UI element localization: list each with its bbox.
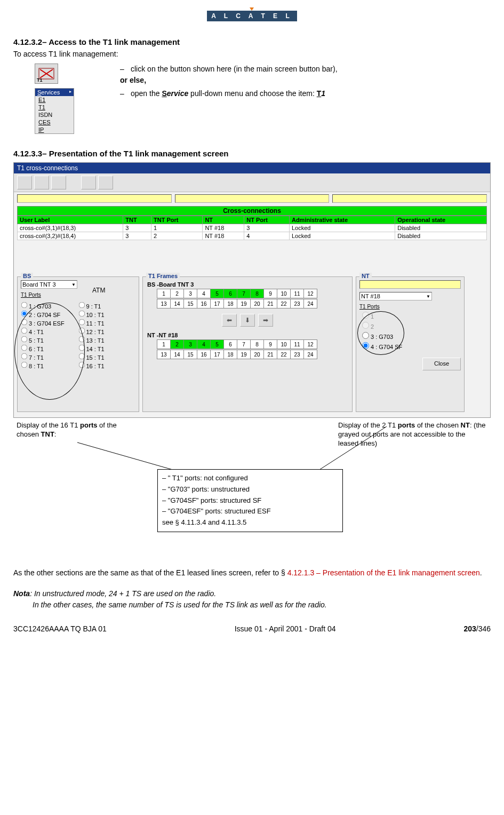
timeslot-cell[interactable]: 17 xyxy=(210,350,224,359)
timeslot-cell[interactable]: 15 xyxy=(183,350,197,359)
timeslot-cell[interactable]: 9 xyxy=(263,289,277,298)
nt-dropdown[interactable]: NT #18▼ xyxy=(359,292,432,300)
timeslot-cell[interactable]: 12 xyxy=(303,289,317,298)
nt-port-radio[interactable]: 3 : G703 xyxy=(359,330,461,340)
timeslot-cell[interactable]: 3 xyxy=(183,289,197,298)
timeslot-cell[interactable]: 11 xyxy=(290,339,304,349)
table-row[interactable]: cross-co#(3,1)#(18,3)31NT #183LockedDisa… xyxy=(18,224,487,232)
toolbar-btn-3[interactable] xyxy=(51,176,66,189)
toolbar-btn-4[interactable] xyxy=(81,176,96,189)
bs-port-radio[interactable]: 6 : T1 xyxy=(21,344,78,352)
bs-port-radio[interactable]: 4 : T1 xyxy=(21,327,78,335)
bs-port-radio[interactable]: 2 : G704 SF xyxy=(21,310,78,318)
timeslot-cell[interactable]: 4 xyxy=(197,289,211,298)
timeslot-cell[interactable]: 1 xyxy=(157,289,171,298)
timeslot-cell[interactable]: 8 xyxy=(250,289,264,298)
toolbar-btn-1[interactable] xyxy=(17,176,32,189)
menu-item-isdn[interactable]: ISDN xyxy=(35,111,74,118)
bs-port-radio[interactable]: 7 : T1 xyxy=(21,353,78,361)
col-oper-state: Operational state xyxy=(395,216,487,224)
timeslot-cell[interactable]: 6 xyxy=(223,339,237,349)
footer-issue: Issue 01 - April 2001 - Draft 04 xyxy=(235,624,336,633)
bs-port-radio[interactable]: 3 : G704 ESF xyxy=(21,319,78,327)
timeslot-cell[interactable]: 7 xyxy=(237,289,251,298)
timeslot-cell[interactable]: 8 xyxy=(250,339,264,349)
timeslot-cell[interactable]: 11 xyxy=(290,289,304,298)
t1-toolbar-button[interactable]: T1 xyxy=(35,64,58,84)
info-bar xyxy=(14,192,490,205)
timeslot-cell[interactable]: 18 xyxy=(223,350,237,359)
timeslot-cell[interactable]: 14 xyxy=(170,299,184,308)
arrow-down-button[interactable]: ⬇ xyxy=(240,314,255,327)
timeslot-cell[interactable]: 22 xyxy=(277,350,291,359)
bs-port-radio[interactable]: 8 : T1 xyxy=(21,361,78,369)
bs-port-radio[interactable]: 11 : T1 xyxy=(78,319,136,327)
arrow-left-button[interactable]: ⬅ xyxy=(222,314,237,327)
timeslot-cell[interactable]: 10 xyxy=(277,339,291,349)
bs-port-radio[interactable]: 10 : T1 xyxy=(78,310,136,318)
timeslot-cell[interactable]: 16 xyxy=(197,299,211,308)
close-button[interactable]: Close xyxy=(422,358,461,370)
nt-port-radio[interactable]: 1 xyxy=(359,310,461,320)
bs-port-radio[interactable]: 1 : G703 xyxy=(21,302,78,310)
col-admin-state: Administrative state xyxy=(289,216,395,224)
t1-button-label: T1 xyxy=(37,77,43,83)
menu-item-ces[interactable]: CES xyxy=(35,118,74,126)
toolbar-btn-2[interactable] xyxy=(34,176,49,189)
timeslot-cell[interactable]: 23 xyxy=(290,299,304,308)
bs-port-radio[interactable]: 9 : T1 xyxy=(78,302,136,310)
timeslot-cell[interactable]: 5 xyxy=(210,339,224,349)
toolbar-btn-5[interactable] xyxy=(98,176,113,189)
page-footer: 3CC12426AAAA TQ BJA 01 Issue 01 - April … xyxy=(13,624,491,633)
heading-4-12-3-2: 4.12.3.2– Access to the T1 link manageme… xyxy=(13,37,491,46)
timeslot-cell[interactable]: 22 xyxy=(277,299,291,308)
timeslot-cell[interactable]: 21 xyxy=(263,299,277,308)
window-toolbar xyxy=(14,173,490,192)
timeslot-cell[interactable]: 2 xyxy=(170,339,184,349)
services-menu[interactable]: Services▸ E1 T1 ISDN CES IP xyxy=(35,88,74,134)
arrow-right-button[interactable]: ➡ xyxy=(258,314,273,327)
timeslot-cell[interactable]: 24 xyxy=(303,350,317,359)
timeslot-cell[interactable]: 6 xyxy=(223,289,237,298)
bs-port-radio[interactable]: 12 : T1 xyxy=(78,327,136,335)
timeslot-cell[interactable]: 13 xyxy=(157,299,171,308)
footer-doc-ref: 3CC12426AAAA TQ BJA 01 xyxy=(13,624,107,633)
timeslot-cell[interactable]: 14 xyxy=(170,350,184,359)
bs-port-radio[interactable]: 14 : T1 xyxy=(78,344,136,352)
timeslot-cell[interactable]: 12 xyxy=(303,339,317,349)
timeslot-cell[interactable]: 3 xyxy=(183,339,197,349)
nt-port-radio[interactable]: 2 xyxy=(359,320,461,330)
timeslot-cell[interactable]: 20 xyxy=(250,299,264,308)
menu-item-ip[interactable]: IP xyxy=(35,126,74,133)
menu-item-t1[interactable]: T1 xyxy=(35,104,74,111)
timeslot-cell[interactable]: 23 xyxy=(290,350,304,359)
timeslot-cell[interactable]: 15 xyxy=(183,299,197,308)
timeslot-cell[interactable]: 13 xyxy=(157,350,171,359)
nt-port-radios: 123 : G7034 : G704 SF xyxy=(359,310,461,350)
bs-port-radio[interactable]: 13 : T1 xyxy=(78,336,136,344)
timeslot-cell[interactable]: 4 xyxy=(197,339,211,349)
nt-timeslot-grid: 123456789101112131415161718192021222324 xyxy=(157,339,349,359)
menu-item-e1[interactable]: E1 xyxy=(35,96,74,104)
timeslot-cell[interactable]: 19 xyxy=(237,299,251,308)
timeslot-cell[interactable]: 2 xyxy=(170,289,184,298)
bs-port-radio[interactable]: 15 : T1 xyxy=(78,353,136,361)
bs-board-dropdown[interactable]: Board TNT 3▼ xyxy=(21,280,77,289)
timeslot-cell[interactable]: 21 xyxy=(263,350,277,359)
timeslot-cell[interactable]: 10 xyxy=(277,289,291,298)
timeslot-cell[interactable]: 7 xyxy=(237,339,251,349)
nt-panel: NT NT #18▼ T1 Ports 123 : G7034 : G704 S… xyxy=(356,276,465,412)
timeslot-cell[interactable]: 24 xyxy=(303,299,317,308)
timeslot-cell[interactable]: 1 xyxy=(157,339,171,349)
timeslot-cell[interactable]: 9 xyxy=(263,339,277,349)
bs-port-radio[interactable]: 5 : T1 xyxy=(21,336,78,344)
timeslot-cell[interactable]: 17 xyxy=(210,299,224,308)
nt-port-radio[interactable]: 4 : G704 SF xyxy=(359,341,461,350)
timeslot-cell[interactable]: 19 xyxy=(237,350,251,359)
timeslot-cell[interactable]: 18 xyxy=(223,299,237,308)
timeslot-cell[interactable]: 16 xyxy=(197,350,211,359)
timeslot-cell[interactable]: 20 xyxy=(250,350,264,359)
table-row[interactable]: cross-co#(3,2)#(18,4)32NT #184LockedDisa… xyxy=(18,232,487,240)
timeslot-cell[interactable]: 5 xyxy=(210,289,224,298)
bs-port-radio[interactable]: 16 : T1 xyxy=(78,361,136,369)
